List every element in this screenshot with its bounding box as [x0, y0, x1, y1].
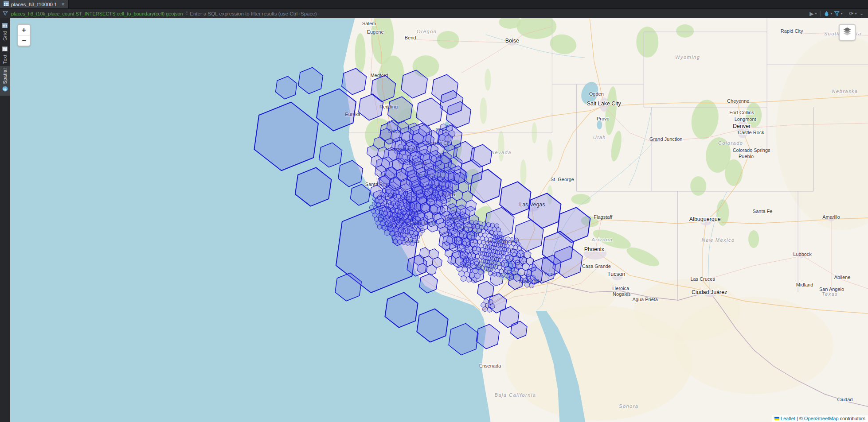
svg-text:Oregon: Oregon: [417, 29, 437, 34]
svg-text:Grand Junction: Grand Junction: [649, 136, 682, 142]
tab-grid-label: Grid: [2, 31, 8, 41]
svg-text:Pueblo: Pueblo: [739, 154, 754, 159]
tab-spatial[interactable]: Spatial: [0, 66, 10, 96]
grid-icon: [2, 22, 8, 30]
svg-text:Baja California: Baja California: [494, 392, 536, 398]
svg-text:Las Cruces: Las Cruces: [690, 276, 715, 282]
svg-text:Wyoming: Wyoming: [675, 54, 700, 60]
layers-control[interactable]: [839, 24, 856, 41]
filter-expression-input[interactable]: Enter a SQL expression to filter results…: [190, 11, 806, 16]
attribution-separator: |: [797, 416, 798, 421]
leaflet-link[interactable]: Leaflet: [781, 416, 795, 421]
toolbar-overflow-button[interactable]: ⌄: [860, 11, 864, 16]
paint-caret-icon[interactable]: ▾: [831, 12, 833, 15]
filter-resize-handle[interactable]: ⁞⁞: [186, 11, 187, 16]
toolbar-separator: [846, 11, 846, 17]
svg-text:Utah: Utah: [593, 135, 606, 140]
presentation-switcher: Grid Text Spatial: [0, 18, 10, 422]
contributors-text: contributors: [840, 416, 865, 421]
svg-text:Bend: Bend: [405, 35, 416, 40]
tab-text-label: Text: [2, 54, 8, 64]
panel-paint-button[interactable]: [824, 11, 829, 16]
svg-text:Abilene: Abilene: [834, 275, 851, 280]
svg-text:Flagstaff: Flagstaff: [594, 214, 613, 220]
svg-text:Rapid City: Rapid City: [781, 28, 803, 34]
filter-source-icon: [3, 10, 8, 18]
svg-text:St. George: St. George: [551, 177, 574, 182]
zoom-out-button[interactable]: −: [18, 35, 30, 46]
svg-text:Ciudad: Ciudad: [837, 397, 853, 402]
execute-filter-button[interactable]: ▶: [809, 11, 813, 16]
map-canvas[interactable]: OregonSouth DakotaWyomingNebraskaUtahCol…: [10, 18, 868, 422]
globe-icon: [2, 85, 8, 93]
results-tab-bar: places_h3_t10000 1 ×: [0, 0, 868, 9]
filter-toolbar: ▶ ▾ ▾ ▾ ⟳ ▾ ⌄: [809, 11, 865, 17]
result-filter-bar: places_h3_t10k_place_count ST_INTERSECTS…: [0, 9, 868, 19]
svg-text:Albuquerque: Albuquerque: [689, 216, 721, 222]
svg-text:Tucson: Tucson: [607, 271, 626, 277]
map-attribution: Leaflet | © OpenStreetMap contributors: [772, 415, 868, 422]
zoom-in-button[interactable]: +: [18, 25, 30, 35]
execute-caret-icon[interactable]: ▾: [815, 12, 817, 15]
svg-text:Ensenada: Ensenada: [479, 363, 501, 368]
close-icon[interactable]: ×: [62, 2, 65, 7]
svg-text:Nevada: Nevada: [491, 150, 512, 155]
svg-text:Lubbock: Lubbock: [793, 252, 812, 257]
svg-text:Casa Grande: Casa Grande: [582, 263, 611, 269]
tab-label: places_h3_t10000 1: [11, 2, 57, 7]
table-grid-icon: [4, 1, 9, 7]
svg-text:Longmont: Longmont: [735, 116, 756, 122]
svg-text:Nebraska: Nebraska: [832, 89, 858, 94]
svg-text:Ogden: Ogden: [589, 91, 604, 97]
filter-settings-button[interactable]: [834, 11, 840, 16]
map-view[interactable]: OregonSouth DakotaWyomingNebraskaUtahCol…: [10, 18, 868, 422]
svg-text:Eugene: Eugene: [367, 29, 384, 35]
svg-text:San Angelo: San Angelo: [819, 286, 844, 292]
svg-text:Heroica: Heroica: [612, 286, 629, 291]
layers-icon: [842, 27, 852, 38]
refresh-caret-icon[interactable]: ▾: [855, 12, 857, 15]
svg-text:New Mexico: New Mexico: [702, 237, 735, 243]
filter-caret-icon[interactable]: ▾: [841, 12, 843, 15]
svg-text:Sonora: Sonora: [619, 403, 638, 409]
refresh-button[interactable]: ⟳: [849, 11, 854, 16]
svg-text:Fort Collins: Fort Collins: [729, 110, 754, 115]
svg-text:Ciudad Juárez: Ciudad Juárez: [692, 289, 727, 295]
dbeaver-results-window: places_h3_t10000 1 × places_h3_t10k_plac…: [0, 0, 868, 422]
svg-text:Provo: Provo: [597, 116, 610, 121]
svg-text:Denver: Denver: [733, 123, 751, 129]
svg-text:Midland: Midland: [796, 282, 813, 287]
svg-text:Agua Prieta: Agua Prieta: [633, 297, 658, 302]
svg-text:Castle Rock: Castle Rock: [738, 130, 765, 135]
svg-text:Colorado Springs: Colorado Springs: [733, 147, 770, 153]
svg-text:Santa Fe: Santa Fe: [753, 209, 773, 214]
zoom-control: + −: [17, 24, 31, 46]
tab-text[interactable]: Text: [0, 43, 10, 66]
svg-text:Boise: Boise: [505, 38, 519, 44]
svg-text:Nogales: Nogales: [613, 291, 631, 297]
svg-text:Texas: Texas: [822, 291, 838, 297]
text-icon: [2, 45, 8, 53]
svg-text:Salem: Salem: [362, 21, 376, 26]
filter-query-text[interactable]: places_h3_t10k_place_count ST_INTERSECTS…: [11, 11, 183, 16]
svg-text:Amarillo: Amarillo: [822, 214, 840, 220]
svg-text:Cheyenne: Cheyenne: [727, 98, 749, 104]
toolbar-separator: [820, 11, 821, 17]
osm-link[interactable]: OpenStreetMap: [804, 416, 839, 421]
tab-grid[interactable]: Grid: [0, 19, 10, 43]
svg-text:Phoenix: Phoenix: [584, 246, 605, 252]
results-content: Grid Text Spatial: [0, 18, 868, 422]
flag-icon: [774, 416, 779, 421]
svg-text:Arizona: Arizona: [591, 237, 613, 242]
tab-spatial-label: Spatial: [2, 68, 8, 84]
copyright-symbol: ©: [799, 416, 803, 421]
svg-text:Colorado: Colorado: [718, 140, 743, 146]
svg-text:Salt Lake City: Salt Lake City: [587, 101, 622, 107]
result-tab[interactable]: places_h3_t10000 1 ×: [0, 0, 69, 8]
